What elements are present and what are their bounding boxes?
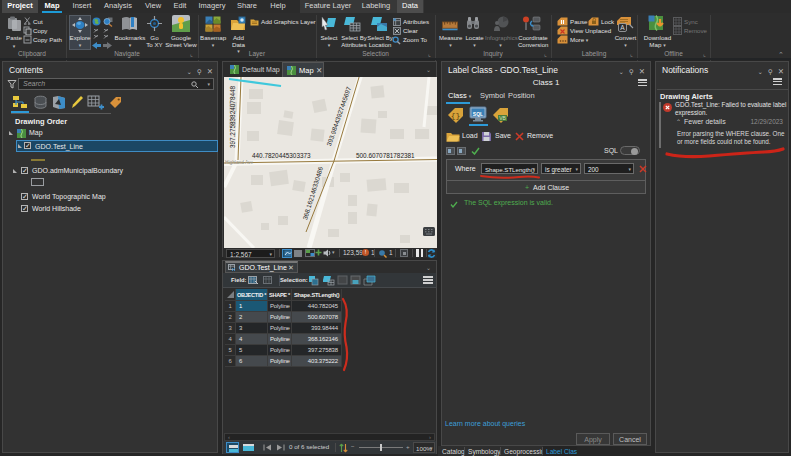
svg-text:Highland Ave: Highland Ave — [225, 160, 254, 165]
svg-text:500.6070781782381: 500.6070781782381 — [356, 152, 415, 159]
svg-text:A: A — [620, 24, 625, 31]
svg-text:397.27583824078448: 397.27583824078448 — [229, 85, 236, 148]
svg-text:{}: {} — [451, 111, 461, 120]
svg-text:VB: VB — [499, 115, 506, 121]
svg-text:440.7820445303373: 440.7820445303373 — [252, 152, 311, 159]
svg-text:SQL: SQL — [473, 111, 483, 117]
